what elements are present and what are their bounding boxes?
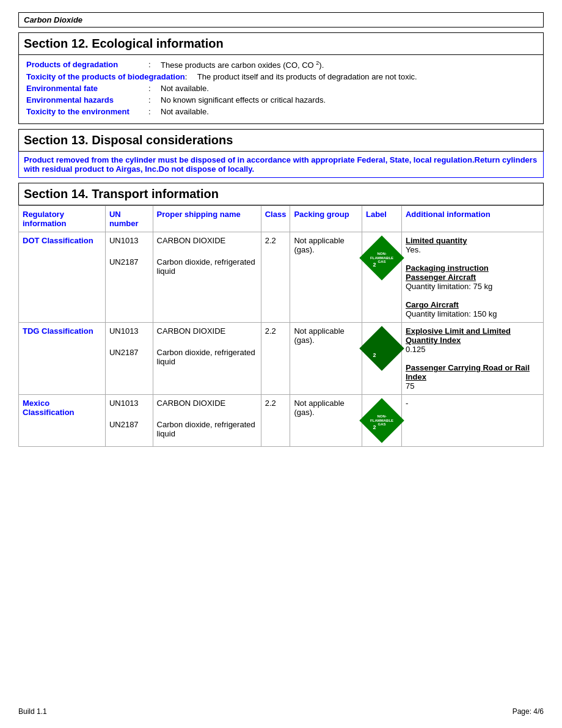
section13-heading: Section 13. Disposal considerations <box>18 129 544 152</box>
th-regulatory: Regulatory information <box>19 206 106 232</box>
field-value-products-degradation: These products are carbon oxides (CO, CO… <box>161 60 536 70</box>
hazmat-diamond-tdg: 2 <box>359 326 404 372</box>
label-tdg: 2 <box>362 323 401 395</box>
table-row: Mexico Classification UN1013 UN2187 CARB… <box>19 395 544 447</box>
packing-dot: Not applicable (gas). <box>290 232 362 323</box>
field-label-products-degradation: Products of degradation <box>26 60 148 69</box>
footer-page: Page: 4/6 <box>513 707 544 716</box>
label-dot: NON-FLAMMABLE GAS 2 <box>362 232 401 323</box>
field-label-toxicity-products: Toxicity of the products of biodegradati… <box>26 72 185 81</box>
field-products-degradation: Products of degradation : These products… <box>26 60 536 70</box>
transport-table: Regulatory information UN number Proper … <box>18 205 544 447</box>
table-row: TDG Classification UN1013 UN2187 CARBON … <box>19 323 544 395</box>
page-footer: Build 1.1 Page: 4/6 <box>18 707 544 716</box>
disposal-text: Product removed from the cylinder must b… <box>24 155 537 174</box>
un-number-mexico: UN1013 UN2187 <box>105 395 153 447</box>
class-dot: 2.2 <box>261 232 290 323</box>
section12-heading: Section 12. Ecological information <box>18 32 544 55</box>
th-shipping-name: Proper shipping name <box>153 206 261 232</box>
regulatory-dot: DOT Classification <box>19 232 106 323</box>
additional-tdg: Explosive Limit and Limited Quantity Ind… <box>401 323 543 395</box>
th-un-number: UN number <box>105 206 153 232</box>
field-value-toxicity-env: Not available. <box>161 107 536 116</box>
regulatory-tdg: TDG Classification <box>19 323 106 395</box>
field-label-env-fate: Environmental fate <box>26 84 148 93</box>
field-env-hazards: Environmental hazards : No known signifi… <box>26 95 536 105</box>
un-number-tdg: UN1013 UN2187 <box>105 323 153 395</box>
field-value-toxicity-products: The product itself and its products of d… <box>197 72 536 81</box>
field-env-fate: Environmental fate : Not available. <box>26 84 536 93</box>
hazmat-diamond-dot: NON-FLAMMABLE GAS 2 <box>359 236 404 281</box>
hazmat-diamond-mexico: NON-FLAMMABLE GAS 2 <box>359 399 404 444</box>
field-toxicity-products: Toxicity of the products of biodegradati… <box>26 72 536 81</box>
shipping-tdg: CARBON DIOXIDE Carbon dioxide, refrigera… <box>153 323 261 395</box>
field-toxicity-env: Toxicity to the environment : Not availa… <box>26 107 536 116</box>
th-label: Label <box>362 206 401 232</box>
section14-heading: Section 14. Transport information <box>18 183 544 205</box>
shipping-mexico: CARBON DIOXIDE Carbon dioxide, refrigera… <box>153 395 261 447</box>
additional-dot: Limited quantity Yes. Packaging instruct… <box>401 232 543 323</box>
field-value-env-fate: Not available. <box>161 84 536 93</box>
page-title: Carbon Dioxide <box>18 12 544 28</box>
class-mexico: 2.2 <box>261 395 290 447</box>
th-packing-group: Packing group <box>290 206 362 232</box>
additional-mexico: - <box>401 395 543 447</box>
section12-content: Products of degradation : These products… <box>18 55 544 124</box>
th-additional: Additional information <box>401 206 543 232</box>
un-number-dot: UN1013 UN2187 <box>105 232 153 323</box>
shipping-dot: CARBON DIOXIDE Carbon dioxide, refrigera… <box>153 232 261 323</box>
packing-mexico: Not applicable (gas). <box>290 395 362 447</box>
field-value-env-hazards: No known significant effects or critical… <box>161 95 536 105</box>
packing-tdg: Not applicable (gas). <box>290 323 362 395</box>
regulatory-mexico: Mexico Classification <box>19 395 106 447</box>
label-mexico: NON-FLAMMABLE GAS 2 <box>362 395 401 447</box>
field-label-toxicity-env: Toxicity to the environment <box>26 107 148 116</box>
disposal-notice: Product removed from the cylinder must b… <box>18 152 544 178</box>
footer-build: Build 1.1 <box>18 707 47 716</box>
table-row: DOT Classification UN1013 UN2187 CARBON … <box>19 232 544 323</box>
class-tdg: 2.2 <box>261 323 290 395</box>
th-class: Class <box>261 206 290 232</box>
field-label-env-hazards: Environmental hazards <box>26 95 148 105</box>
